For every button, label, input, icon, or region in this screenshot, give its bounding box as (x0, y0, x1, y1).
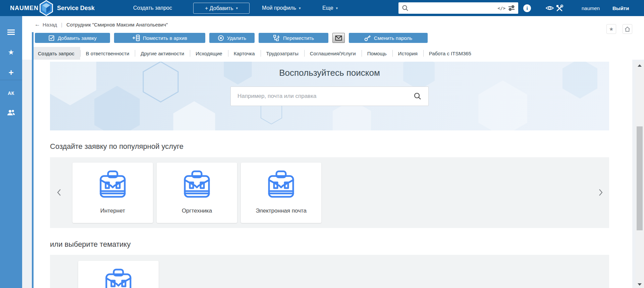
briefcase-icon (181, 169, 213, 201)
tab-labor-costs[interactable]: Трудозатраты (261, 47, 304, 60)
nav-add-button[interactable]: + Добавить ▾ (193, 3, 250, 14)
envelope-icon (335, 35, 342, 41)
nav-create-request[interactable]: Создать запрос (133, 0, 172, 16)
archive-button[interactable]: Поместить в архив (114, 33, 205, 43)
back-arrow-icon[interactable]: ← (35, 21, 40, 28)
nav-more[interactable]: Еще ▾ (322, 0, 338, 16)
content-accent-stripe (32, 32, 34, 288)
banner-search-input[interactable] (231, 93, 414, 100)
archive-label: Поместить в архив (143, 35, 187, 41)
nav-add-label: + Добавить (205, 5, 233, 11)
delete-button[interactable]: Удалить (209, 33, 255, 43)
carousel-right-chevron-icon[interactable] (596, 186, 605, 199)
hamburger-menu-button[interactable] (0, 25, 22, 39)
current-user-label[interactable]: naumen (582, 0, 600, 16)
action-toolbar: Добавить заявку Поместить в архив Удалит… (35, 33, 428, 43)
logout-button[interactable]: Выйти (612, 0, 629, 16)
hamburger-icon (7, 30, 15, 35)
banner-title: Воспользуйтесь поиском (50, 68, 609, 78)
tab-help[interactable]: Помощь (362, 47, 392, 60)
nav-my-profile-label: Мой профиль (262, 5, 296, 11)
send-mail-button[interactable] (332, 33, 345, 43)
topics-strip (50, 255, 609, 288)
info-glyph: i (526, 5, 528, 11)
tab-history[interactable]: История (392, 47, 423, 60)
naumen-logo-text: NAUMEN (10, 0, 39, 16)
plus-icon: + (8, 67, 13, 78)
tab-responsibility[interactable]: В ответственности (80, 47, 135, 60)
banner-search-box (230, 87, 429, 106)
key-icon (364, 35, 371, 41)
sidebar-favorites-button[interactable]: ★ (0, 46, 22, 59)
tab-create-request[interactable]: Создать запрос (32, 47, 80, 60)
search-icon[interactable] (414, 92, 422, 100)
admin-tools-icon[interactable] (555, 4, 564, 12)
service-card-label: Электронная почта (241, 208, 321, 214)
add-request-button[interactable]: Добавить заявку (35, 33, 110, 43)
chevron-down-icon: ▾ (236, 6, 238, 10)
home-button[interactable] (623, 24, 632, 34)
top-navbar: NAUMEN Service Desk Создать запрос + Доб… (0, 0, 644, 16)
carousel-left-chevron-icon[interactable] (55, 186, 63, 199)
naumen-logo-icon (38, 0, 54, 16)
content-card: Воспользуйтесь поиском Создайте заявку п… (34, 60, 632, 288)
service-desk-app: NAUMEN Service Desk Создать запрос + Доб… (0, 0, 644, 288)
service-card-email[interactable]: Электронная почта (241, 163, 321, 223)
tune-filter-icon[interactable] (508, 5, 515, 11)
topic-card[interactable] (78, 261, 159, 288)
search-banner: Воспользуйтесь поиском (50, 62, 609, 130)
sidebar-user-initials[interactable]: АК (0, 87, 22, 100)
people-icon (7, 110, 15, 116)
delete-circle-icon (218, 35, 224, 41)
global-search-box: </> (398, 2, 518, 14)
sidebar-users-button[interactable] (0, 106, 22, 119)
popular-services-heading: Создайте заявку по популярной услуге (50, 142, 183, 151)
eye-icon[interactable] (545, 5, 554, 11)
service-desk-logo-text: Service Desk (57, 0, 95, 16)
tab-card[interactable]: Карточка (228, 47, 261, 60)
tab-outgoing[interactable]: Исходящие (190, 47, 228, 60)
scrollbar-thumb[interactable] (637, 126, 643, 230)
service-card-office-equipment[interactable]: Оргтехника (157, 163, 237, 223)
checkbox-check-icon (48, 35, 55, 41)
header-zone: ← Назад | Сотрудник "Смирнов Максим Анат… (22, 16, 644, 60)
delete-label: Удалить (227, 35, 246, 41)
sidebar-add-button[interactable]: + (0, 66, 22, 79)
change-password-button[interactable]: Сменить пароль (349, 33, 428, 43)
move-hierarchy-icon (273, 35, 280, 41)
home-icon (625, 26, 630, 32)
tab-itsm365[interactable]: Работа с ITSM365 (423, 47, 477, 60)
service-card-internet[interactable]: Интернет (72, 163, 153, 223)
scrollbar-up-arrow[interactable] (635, 62, 644, 68)
move-button[interactable]: Переместить (259, 33, 328, 43)
code-search-icon[interactable]: </> (498, 6, 505, 11)
left-sidebar: ★ + АК (0, 16, 22, 288)
scrollbar-down-arrow[interactable] (635, 281, 644, 287)
breadcrumb-separator: | (61, 22, 62, 27)
change-password-label: Сменить пароль (374, 35, 412, 41)
sidebar-divider (0, 80, 22, 80)
topics-heading: или выберите тематику (50, 240, 131, 249)
move-label: Переместить (283, 35, 314, 41)
nav-more-label: Еще (322, 5, 333, 11)
briefcase-icon (97, 169, 129, 201)
search-icon (402, 5, 409, 11)
chevron-down-icon: ▾ (336, 6, 338, 10)
popular-services-strip: Интернет Оргтехника Электронная почта (50, 157, 609, 228)
breadcrumb-title: Сотрудник "Смирнов Максим Анатольевич" (66, 22, 168, 27)
breadcrumb-back-link[interactable]: Назад (43, 22, 57, 27)
briefcase-icon (265, 169, 297, 201)
nav-my-profile[interactable]: Мой профиль ▾ (262, 0, 301, 16)
global-search-input[interactable] (409, 5, 495, 11)
tab-other-activities[interactable]: Другие активности (135, 47, 190, 60)
info-icon[interactable]: i (523, 4, 531, 12)
favorite-page-button[interactable]: ★ (606, 24, 616, 34)
tab-agreements-services[interactable]: Соглашения/Услуги (304, 47, 362, 60)
breadcrumb: ← Назад | Сотрудник "Смирнов Максим Анат… (35, 20, 168, 29)
archive-plus-icon (132, 35, 140, 41)
service-card-label: Интернет (72, 208, 153, 214)
chevron-down-icon: ▾ (299, 6, 301, 10)
star-icon: ★ (609, 26, 613, 32)
vertical-scrollbar[interactable] (635, 62, 644, 288)
briefcase-icon (102, 267, 135, 288)
